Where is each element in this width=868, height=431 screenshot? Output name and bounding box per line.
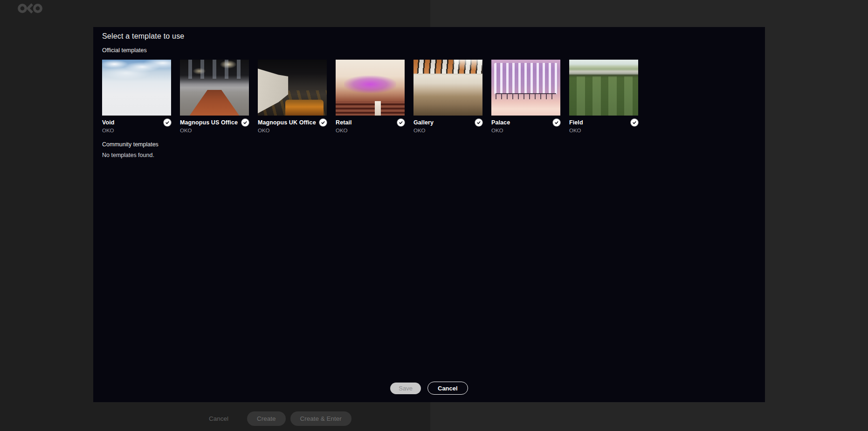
template-thumbnail [180, 60, 249, 116]
thumbnail-art [344, 75, 396, 93]
template-thumbnail [102, 60, 171, 116]
thumbnail-art [494, 63, 558, 94]
template-name: Magnopus UK Office [258, 119, 316, 126]
template-card-list: Void OKO Magnopus US Office OKO Magnopus… [102, 60, 638, 133]
template-author: OKO [569, 128, 638, 133]
thumbnail-art [454, 60, 482, 70]
verified-check-icon [553, 119, 560, 126]
page-create-enter-button[interactable]: Create & Enter [290, 411, 351, 426]
thumbnail-art [180, 60, 249, 79]
verified-check-icon [241, 119, 249, 126]
thumbnail-art [496, 93, 556, 99]
template-thumbnail [491, 60, 560, 116]
template-name: Palace [491, 119, 510, 126]
template-name: Magnopus US Office [180, 119, 238, 126]
dialog-footer: Save Cancel [93, 382, 765, 395]
community-empty-text: No templates found. [102, 152, 154, 158]
verified-check-icon [164, 119, 171, 126]
create-space-footer: Cancel Create Create & Enter [209, 411, 351, 426]
template-name: Field [569, 119, 583, 126]
template-thumbnail [258, 60, 327, 116]
save-button[interactable]: Save [390, 383, 421, 394]
page-cancel-button[interactable]: Cancel [209, 415, 235, 422]
template-thumbnail [336, 60, 405, 116]
template-card-retail[interactable]: Retail OKO [336, 60, 405, 133]
verified-check-icon [631, 119, 638, 126]
template-card-magnopus-us-office[interactable]: Magnopus US Office OKO [180, 60, 249, 133]
template-author: OKO [180, 128, 249, 133]
cancel-button[interactable]: Cancel [427, 382, 468, 395]
template-card-gallery[interactable]: Gallery OKO [413, 60, 482, 133]
oko-logo [18, 3, 47, 14]
template-card-field[interactable]: Field OKO [569, 60, 638, 133]
template-name: Retail [336, 119, 352, 126]
verified-check-icon [475, 119, 482, 126]
verified-check-icon [319, 119, 327, 126]
thumbnail-art [336, 101, 405, 116]
template-author: OKO [491, 128, 560, 133]
template-thumbnail [569, 60, 638, 116]
official-templates-label: Official templates [102, 47, 147, 54]
template-card-palace[interactable]: Palace OKO [491, 60, 560, 133]
thumbnail-art [285, 100, 323, 116]
template-card-magnopus-uk-office[interactable]: Magnopus UK Office OKO [258, 60, 327, 133]
template-thumbnail [413, 60, 482, 116]
template-card-void[interactable]: Void OKO [102, 60, 171, 133]
thumbnail-art [180, 90, 249, 116]
template-author: OKO [413, 128, 482, 133]
template-author: OKO [102, 128, 171, 133]
template-author: OKO [336, 128, 405, 133]
page-create-button[interactable]: Create [247, 411, 286, 426]
thumbnail-art [102, 60, 171, 116]
template-author: OKO [258, 128, 327, 133]
thumbnail-art [569, 76, 638, 116]
template-name: Gallery [413, 119, 434, 126]
dialog-title: Select a template to use [102, 32, 184, 41]
app-root: { "page": { "logo_text": "OKO", "footer"… [0, 0, 868, 431]
community-templates-label: Community templates [102, 141, 158, 148]
verified-check-icon [397, 119, 405, 126]
select-template-dialog: Select a template to use Official templa… [93, 27, 765, 402]
template-name: Void [102, 119, 115, 126]
